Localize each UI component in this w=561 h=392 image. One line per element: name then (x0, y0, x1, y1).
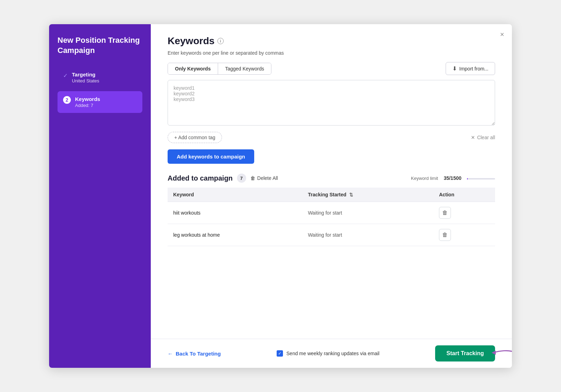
keyword-cell: leg workouts at home (168, 224, 302, 246)
main-content: × Keywords i Enter keywords one per line… (151, 24, 512, 368)
status-cell: Waiting for start (302, 224, 433, 246)
import-button[interactable]: ⬇ Import from... (446, 62, 495, 75)
action-col-header: Action (433, 188, 495, 202)
keyword-col-header: Keyword (168, 188, 302, 202)
campaign-badge: 7 (237, 174, 246, 183)
content-area: Keywords i Enter keywords one per line o… (151, 24, 512, 339)
sort-icon[interactable]: ⇅ (349, 192, 353, 197)
sidebar-item-targeting[interactable]: ✓ Targeting United States (58, 67, 142, 88)
campaign-header: Added to campaign 7 🗑 Delete All Keyword… (168, 174, 495, 183)
trash-row-icon: 🗑 (442, 232, 448, 238)
keyword-tabs: Only Keywords Tagged Keywords (168, 63, 271, 75)
progress-fill (467, 178, 468, 180)
delete-all-label: Delete All (257, 175, 278, 181)
tabs-row: Only Keywords Tagged Keywords ⬇ Import f… (168, 62, 495, 75)
targeting-label: Targeting (72, 72, 99, 77)
email-label: Send me weekly ranking updates via email (286, 351, 379, 356)
back-button[interactable]: ← Back To Targeting (168, 351, 221, 357)
delete-row-button[interactable]: 🗑 (439, 207, 451, 219)
status-cell: Waiting for start (302, 202, 433, 224)
check-icon: ✓ (63, 72, 68, 79)
action-cell: 🗑 (433, 224, 495, 246)
keyword-limit-label: Keyword limit (411, 176, 438, 181)
sidebar-item-keywords[interactable]: 2 Keywords Added: 7 (58, 91, 142, 113)
footer: ← Back To Targeting ✓ Send me weekly ran… (151, 339, 512, 368)
svg-marker-0 (492, 351, 496, 355)
targeting-sublabel: United States (72, 78, 99, 83)
delete-all-button[interactable]: 🗑 Delete All (250, 175, 278, 181)
keyword-cell: hiit workouts (168, 202, 302, 224)
tracking-label: Tracking Started (308, 192, 346, 197)
keywords-textarea[interactable]: keyword1 keyword2 keyword3 (168, 80, 495, 126)
tab-tagged-keywords[interactable]: Tagged Keywords (218, 63, 271, 74)
tag-row: + Add common tag ✕ Clear all (168, 132, 495, 143)
keywords-label: Keywords (75, 96, 100, 102)
info-icon[interactable]: i (217, 38, 224, 44)
back-arrow-icon: ← (168, 351, 173, 357)
trash-row-icon: 🗑 (442, 210, 448, 216)
sidebar: New Position Tracking Campaign ✓ Targeti… (49, 24, 151, 368)
clear-x-icon: ✕ (471, 135, 475, 140)
clear-all-label: Clear all (477, 135, 495, 140)
action-cell: 🗑 (433, 202, 495, 224)
campaign-title: Added to campaign (168, 174, 233, 182)
add-keywords-button[interactable]: Add keywords to campaign (168, 149, 254, 164)
subtitle: Enter keywords one per line or separated… (168, 50, 495, 56)
import-label: Import from... (459, 66, 488, 72)
close-button[interactable]: × (500, 31, 504, 39)
tab-only-keywords[interactable]: Only Keywords (168, 63, 218, 74)
table-row: leg workouts at home Waiting for start 🗑 (168, 224, 495, 246)
trash-icon: 🗑 (250, 175, 255, 181)
email-checkbox[interactable]: ✓ (277, 350, 283, 357)
keywords-sublabel: Added: 7 (75, 103, 100, 108)
add-tag-button[interactable]: + Add common tag (168, 132, 222, 143)
title-text: Keywords (168, 35, 215, 47)
delete-row-button[interactable]: 🗑 (439, 229, 451, 241)
tracking-col-header: Tracking Started ⇅ (302, 188, 433, 202)
section-title: Keywords i (168, 35, 495, 47)
table-row: hiit workouts Waiting for start 🗑 (168, 202, 495, 224)
sidebar-title: New Position Tracking Campaign (58, 35, 142, 55)
import-icon: ⬇ (452, 65, 457, 72)
arrow-annotation (492, 346, 512, 361)
modal: New Position Tracking Campaign ✓ Targeti… (49, 24, 512, 368)
keyword-limit-progress (467, 178, 495, 180)
start-tracking-button[interactable]: Start Tracking (435, 345, 495, 361)
clear-all-button[interactable]: ✕ Clear all (471, 135, 495, 140)
keywords-table: Keyword Tracking Started ⇅ Action hiit w… (168, 188, 495, 246)
step-number: 2 (63, 96, 71, 104)
back-label: Back To Targeting (176, 351, 221, 357)
keyword-limit-value: 35/1500 (444, 175, 461, 181)
